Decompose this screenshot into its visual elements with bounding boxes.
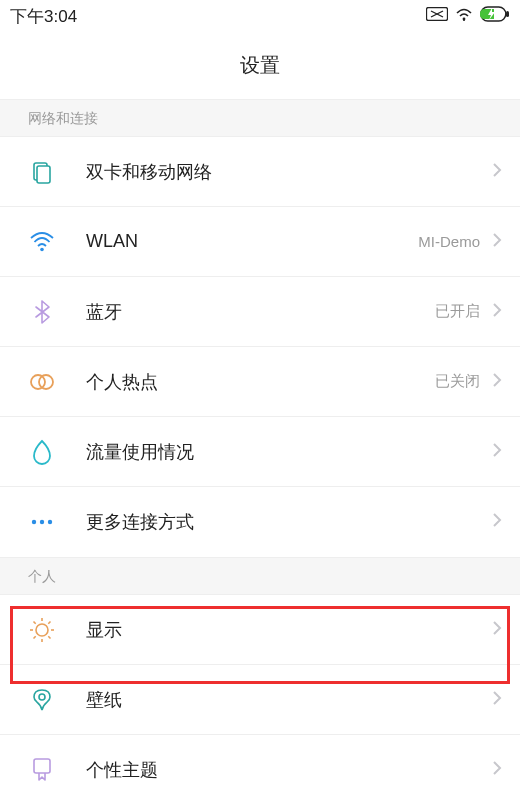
settings-list-network: 双卡和移动网络 WLAN MI-Demo 蓝牙 已开启 个人热点 已关闭 xyxy=(0,137,520,557)
more-icon xyxy=(28,508,56,536)
status-bar: 下午3:04 xyxy=(0,0,520,28)
chevron-right-icon xyxy=(492,372,502,392)
item-sim[interactable]: 双卡和移动网络 xyxy=(0,137,520,207)
item-bluetooth[interactable]: 蓝牙 已开启 xyxy=(0,277,520,347)
chevron-right-icon xyxy=(492,442,502,462)
status-time: 下午3:04 xyxy=(10,5,77,28)
svg-point-8 xyxy=(40,247,44,251)
chevron-right-icon xyxy=(492,690,502,710)
svg-line-22 xyxy=(34,636,36,638)
svg-rect-7 xyxy=(37,166,50,183)
item-label: 双卡和移动网络 xyxy=(86,160,492,184)
svg-line-20 xyxy=(48,636,50,638)
keyboard-icon xyxy=(426,6,448,26)
item-label: 显示 xyxy=(86,618,492,642)
chevron-right-icon xyxy=(492,232,502,252)
item-datausage[interactable]: 流量使用情况 xyxy=(0,417,520,487)
theme-icon xyxy=(28,756,56,784)
item-value: 已关闭 xyxy=(435,372,480,391)
chevron-right-icon xyxy=(492,512,502,532)
section-header-personal: 个人 xyxy=(0,557,520,595)
settings-list-personal: 显示 壁纸 个性主题 xyxy=(0,595,520,804)
item-more[interactable]: 更多连接方式 xyxy=(0,487,520,557)
bluetooth-icon xyxy=(28,298,56,326)
svg-rect-24 xyxy=(34,759,50,773)
svg-line-19 xyxy=(34,621,36,623)
svg-point-23 xyxy=(39,694,45,700)
item-label: 壁纸 xyxy=(86,688,492,712)
display-icon xyxy=(28,616,56,644)
datausage-icon xyxy=(28,438,56,466)
chevron-right-icon xyxy=(492,162,502,182)
item-wlan[interactable]: WLAN MI-Demo xyxy=(0,207,520,277)
svg-point-12 xyxy=(40,520,44,524)
svg-point-13 xyxy=(48,520,52,524)
item-display[interactable]: 显示 xyxy=(0,595,520,665)
item-value: 已开启 xyxy=(435,302,480,321)
item-label: 个人热点 xyxy=(86,370,435,394)
item-hotspot[interactable]: 个人热点 已关闭 xyxy=(0,347,520,417)
item-label: WLAN xyxy=(86,231,418,252)
item-label: 蓝牙 xyxy=(86,300,435,324)
status-icons xyxy=(426,6,510,27)
svg-point-3 xyxy=(463,17,466,20)
chevron-right-icon xyxy=(492,302,502,322)
page-title: 设置 xyxy=(0,28,520,99)
item-theme[interactable]: 个性主题 xyxy=(0,735,520,804)
svg-line-21 xyxy=(48,621,50,623)
wallpaper-icon xyxy=(28,686,56,714)
battery-icon xyxy=(480,6,510,27)
chevron-right-icon xyxy=(492,760,502,780)
chevron-right-icon xyxy=(492,620,502,640)
svg-point-14 xyxy=(36,624,48,636)
wifi-icon xyxy=(28,228,56,256)
svg-point-9 xyxy=(31,375,45,389)
item-label: 个性主题 xyxy=(86,758,492,782)
svg-point-10 xyxy=(39,375,53,389)
item-wallpaper[interactable]: 壁纸 xyxy=(0,665,520,735)
svg-point-11 xyxy=(32,520,36,524)
wifi-status-icon xyxy=(454,6,474,27)
sim-icon xyxy=(28,158,56,186)
section-header-network: 网络和连接 xyxy=(0,99,520,137)
item-value: MI-Demo xyxy=(418,233,480,250)
hotspot-icon xyxy=(28,368,56,396)
item-label: 流量使用情况 xyxy=(86,440,492,464)
item-label: 更多连接方式 xyxy=(86,510,492,534)
svg-rect-5 xyxy=(506,11,509,17)
